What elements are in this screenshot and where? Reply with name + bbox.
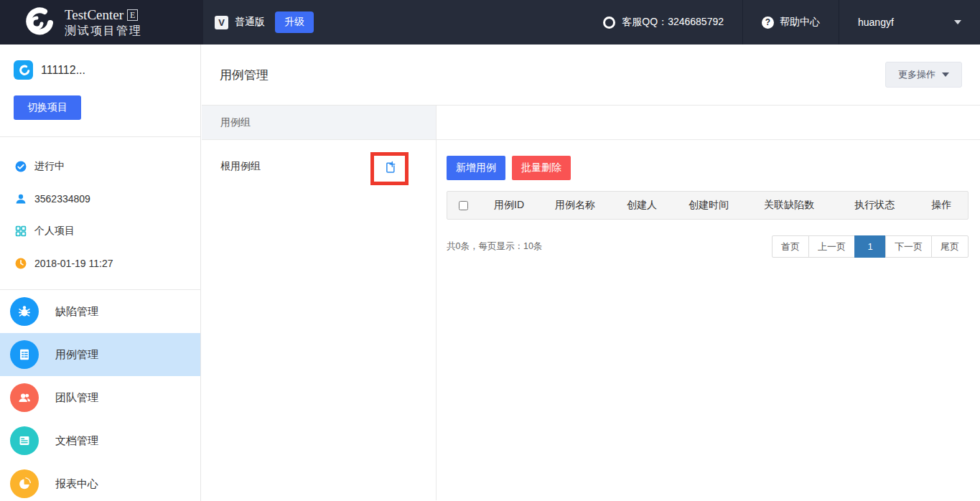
batch-delete-button[interactable]: 批量删除	[512, 156, 571, 180]
qq-service-section: 客服QQ：3246685792	[584, 0, 742, 45]
project-info-list: 进行中 3562334809 个人项目	[0, 137, 200, 279]
project-row: 111112...	[14, 60, 187, 80]
column-header-linked-defects: 关联缺陷数	[745, 199, 834, 212]
pager-next-button[interactable]: 下一页	[885, 235, 932, 258]
add-case-button[interactable]: 新增用例	[447, 156, 505, 180]
list-panel-header-spacer	[437, 106, 980, 140]
sidebar-item-report-center[interactable]: 报表中心	[0, 462, 200, 501]
qq-label: 客服QQ：3246685792	[622, 16, 724, 29]
case-table-header: 用例ID 用例名称 创建人 创建时间 关联缺陷数 执行状态 操作	[447, 191, 969, 220]
pager: 首页 上一页 1 下一页 尾页	[772, 235, 969, 258]
column-header-case-name: 用例名称	[539, 199, 611, 212]
sidebar-menu: 缺陷管理 用例管理	[0, 290, 200, 501]
top-header: TestCenter E 测试项目管理 V 普通版 升级 客服QQ：324668…	[0, 0, 980, 45]
status-label: 进行中	[34, 160, 65, 173]
project-name: 111112...	[41, 64, 85, 77]
app-window: TestCenter E 测试项目管理 V 普通版 升级 客服QQ：324668…	[0, 0, 980, 501]
username: huangyf	[858, 17, 894, 28]
project-type-label: 个人项目	[34, 225, 75, 238]
select-all-checkbox-cell	[447, 201, 479, 210]
list-panel-body: 新增用例 批量删除 用例ID 用例名称 创建人 创建时间 关联缺陷数 执行状态	[437, 140, 980, 258]
menu-label: 文档管理	[55, 434, 98, 448]
menu-label: 缺陷管理	[55, 305, 98, 319]
user-menu[interactable]: huangyf	[839, 0, 980, 45]
status-check-icon	[14, 160, 27, 173]
more-actions-button[interactable]: 更多操作	[885, 62, 962, 88]
user-icon	[14, 192, 27, 205]
pager-last-button[interactable]: 尾页	[931, 235, 969, 258]
version-label: 普通版	[235, 16, 265, 29]
testcase-icon	[10, 340, 39, 369]
root-case-group-item[interactable]: 根用例组	[202, 140, 436, 202]
column-header-exec-status: 执行状态	[834, 199, 915, 212]
brand-title: TestCenter E	[65, 6, 142, 24]
sidebar-item-case-management[interactable]: 用例管理	[0, 333, 200, 376]
switch-project-button[interactable]: 切换项目	[14, 95, 81, 120]
created-date-label: 2018-01-19 11:27	[34, 258, 113, 269]
info-item-date: 2018-01-19 11:27	[0, 247, 200, 279]
team-icon	[10, 383, 39, 412]
help-label: 帮助中心	[780, 16, 820, 29]
info-item-type: 个人项目	[0, 215, 200, 247]
pagination-summary: 共0条，每页显示：10条	[447, 240, 542, 253]
grid-icon	[14, 225, 27, 238]
help-center-link[interactable]: ? 帮助中心	[742, 0, 839, 45]
edition-badge: E	[127, 9, 138, 21]
column-header-create-time: 创建时间	[673, 199, 745, 212]
bug-icon	[10, 297, 39, 326]
project-logo-icon	[14, 60, 33, 80]
case-group-panel: 用例组 根用例组	[202, 106, 437, 500]
pager-first-button[interactable]: 首页	[772, 235, 809, 258]
red-highlight-annotation	[370, 152, 409, 185]
qq-icon	[603, 17, 615, 29]
menu-label: 报表中心	[55, 477, 98, 491]
chevron-down-icon	[954, 20, 961, 24]
brand-title-text: TestCenter	[65, 6, 123, 24]
sidebar: 111112... 切换项目 进行中 3562334809	[0, 45, 201, 501]
owner-label: 3562334809	[34, 193, 90, 205]
pager-page-1-button[interactable]: 1	[854, 235, 886, 258]
info-item-owner: 3562334809	[0, 182, 200, 215]
sidebar-item-defect-management[interactable]: 缺陷管理	[0, 290, 200, 333]
version-v-icon: V	[215, 16, 228, 29]
root-case-group-label: 根用例组	[220, 160, 261, 173]
testcenter-logo-icon	[20, 5, 55, 39]
brand-block: TestCenter E 测试项目管理	[0, 0, 203, 45]
upgrade-button[interactable]: 升级	[275, 11, 314, 33]
pager-prev-button[interactable]: 上一页	[808, 235, 855, 258]
content-body: 用例组 根用例组 新增用例 批量删除	[202, 106, 980, 500]
main-content: 用例管理 更多操作 用例组 根用例组	[202, 45, 980, 501]
version-area: V 普通版 升级	[215, 11, 314, 33]
project-block: 111112... 切换项目	[0, 45, 200, 120]
page-title-bar: 用例管理 更多操作	[202, 45, 980, 106]
case-toolbar: 新增用例 批量删除	[447, 156, 969, 180]
pagination-row: 共0条，每页显示：10条 首页 上一页 1 下一页 尾页	[447, 235, 969, 258]
sidebar-item-document-management[interactable]: 文档管理	[0, 419, 200, 462]
brand-subtitle: 测试项目管理	[65, 24, 142, 38]
report-icon	[10, 469, 39, 498]
sidebar-item-team-management[interactable]: 团队管理	[0, 376, 200, 419]
page-title: 用例管理	[220, 67, 269, 83]
chevron-down-icon	[942, 72, 949, 77]
menu-label: 用例管理	[55, 348, 98, 362]
case-list-panel: 新增用例 批量删除 用例ID 用例名称 创建人 创建时间 关联缺陷数 执行状态	[437, 106, 980, 500]
select-all-checkbox[interactable]	[459, 201, 468, 210]
clock-icon	[14, 257, 27, 270]
column-header-creator: 创建人	[611, 199, 673, 212]
document-icon	[10, 426, 39, 455]
column-header-case-id: 用例ID	[479, 199, 539, 212]
help-icon: ?	[762, 17, 774, 29]
header-main: V 普通版 升级 客服QQ：3246685792 ? 帮助中心 huangyf	[203, 0, 980, 45]
case-group-header: 用例组	[202, 106, 436, 140]
menu-label: 团队管理	[55, 391, 98, 405]
column-header-actions: 操作	[915, 199, 968, 212]
info-item-status: 进行中	[0, 150, 200, 182]
more-actions-label: 更多操作	[898, 68, 935, 81]
brand-text: TestCenter E 测试项目管理	[65, 6, 142, 38]
